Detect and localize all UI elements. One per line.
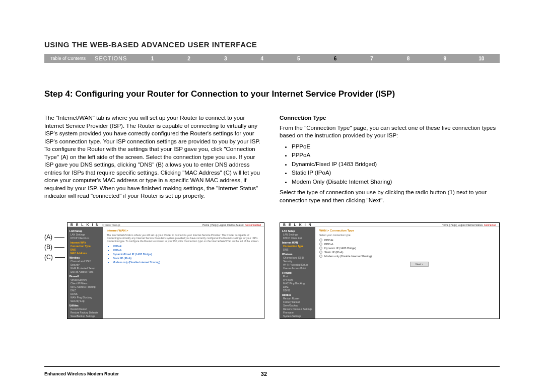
sidebar-item[interactable]: Save/Backup: [282, 304, 313, 307]
screenshot-1: B E L K I NRouter Setup Home | Help | Lo…: [67, 222, 264, 319]
sidebar-cat: Wireless: [70, 256, 101, 260]
sidebar-item[interactable]: System Settings: [282, 315, 313, 318]
section-link-6[interactable]: 6: [317, 56, 354, 61]
right-paragraph-1: From the "Connection Type" page, you can…: [280, 124, 500, 140]
sidebar-item[interactable]: Channel and SSID: [282, 256, 313, 260]
sidebar-item[interactable]: Port: [282, 275, 313, 278]
sidebar-item[interactable]: WAN Ping Blocking: [70, 296, 101, 299]
shot1-content-desc: The Internet/WAN tab is where you will s…: [107, 233, 260, 243]
sidebar-item[interactable]: Factory Default: [282, 300, 313, 304]
sidebar-item[interactable]: DMZ: [282, 285, 313, 289]
sidebar-item[interactable]: DDNS: [282, 289, 313, 292]
sidebar-item[interactable]: MAC Address: [70, 252, 101, 255]
section-link-4[interactable]: 4: [244, 56, 281, 61]
left-paragraph: The "Internet/WAN" tab is where you will…: [44, 114, 264, 200]
sidebar-item[interactable]: Use as Access Point: [70, 270, 101, 274]
radio-option[interactable]: Static IP (IPoA): [319, 251, 495, 254]
sidebar-item[interactable]: Restart Router: [282, 297, 313, 300]
radio-label: Dynamic IP (1483 Bridge): [324, 247, 356, 250]
list-item: Dynamic/Fixed IP (1483 Bridged): [292, 161, 500, 169]
step-heading: Step 4: Configuring your Router for Conn…: [44, 89, 500, 99]
radio-label: PPPoA: [324, 243, 333, 246]
callout-a: (A): [44, 233, 52, 241]
sidebar-item[interactable]: Wi-Fi Protected Setup: [282, 263, 313, 267]
radio-icon: [319, 243, 322, 246]
sidebar-item[interactable]: Connection Type: [70, 245, 101, 248]
sidebar-item[interactable]: DNS: [70, 248, 101, 252]
sidebar-item[interactable]: Save/Backup Settings: [70, 315, 101, 318]
next-button[interactable]: Next >: [410, 262, 429, 267]
list-item: PPPoA: [113, 249, 260, 252]
sidebar-cat: Utilities: [282, 293, 313, 297]
sections-label: SECTIONS: [92, 55, 134, 61]
list-item: Dynamic/Fixed IP (1483 Bridge): [113, 253, 260, 256]
sidebar-item[interactable]: Restore Factory Defaults: [70, 311, 101, 315]
sidebar-item[interactable]: Firmware: [282, 311, 313, 315]
list-item: Static IP (IPoA): [292, 169, 500, 177]
callout-b: (B): [44, 244, 52, 251]
sidebar-item[interactable]: LAN Settings: [70, 233, 101, 237]
list-item: PPPoE: [113, 245, 260, 248]
section-link-10[interactable]: 10: [463, 56, 500, 61]
section-link-9[interactable]: 9: [427, 56, 463, 61]
sidebar-item[interactable]: Security: [70, 263, 101, 267]
radio-option[interactable]: PPPoA: [319, 243, 495, 246]
section-link-1[interactable]: 1: [134, 56, 171, 61]
radio-icon: [319, 251, 322, 254]
sidebar-item[interactable]: Use as Access Point: [282, 267, 313, 270]
section-link-2[interactable]: 2: [171, 56, 208, 61]
right-paragraph-2: Select the type of connection you use by…: [280, 189, 500, 204]
section-link-5[interactable]: 5: [281, 56, 317, 61]
belkin-logo: B E L K I N: [71, 223, 100, 226]
sidebar-item[interactable]: IP Filters: [282, 278, 313, 282]
sidebar-item[interactable]: Connection Type: [282, 245, 313, 248]
sidebar-cat: Firewall: [70, 275, 101, 278]
footer-product-name: Enhanced Wireless Modem Router: [44, 371, 119, 376]
sidebar-item[interactable]: DDNS: [70, 292, 101, 296]
list-item: Modem Only (Disable Internet Sharing): [292, 178, 500, 186]
sidebar-item[interactable]: DNS: [282, 248, 313, 252]
list-item: PPPoE: [292, 143, 500, 151]
sidebar-cat: LAN Setup: [282, 229, 313, 233]
sidebar-item[interactable]: DHCP Client List: [70, 237, 101, 240]
sidebar-item[interactable]: DHCP Client List: [282, 237, 313, 240]
section-link-7[interactable]: 7: [354, 56, 390, 61]
list-item: Static IP (IPoA): [113, 257, 260, 260]
radio-icon: [319, 255, 322, 258]
sidebar-cat: Utilities: [70, 304, 101, 307]
sidebar-item[interactable]: Client IP Filters: [70, 282, 101, 285]
sidebar-item[interactable]: Restore Previous Settings: [70, 318, 101, 319]
sidebar-item[interactable]: MAC Address Filtering: [70, 285, 101, 289]
section-link-8[interactable]: 8: [390, 56, 427, 61]
sidebar-item[interactable]: MAC Ping Blocking: [282, 282, 313, 285]
sidebar-item[interactable]: Wi-Fi Protected Setup: [70, 267, 101, 270]
sidebar-cat: Firewall: [282, 271, 313, 275]
callout-c: (C): [44, 254, 53, 261]
sidebar-item[interactable]: LAN Settings: [282, 233, 313, 237]
shot1-toplinks: Home | Help | Logout Internet Status:: [202, 223, 244, 226]
sidebar-item[interactable]: Virtual Servers: [70, 278, 101, 282]
sidebar-cat: Wireless: [282, 253, 313, 256]
abc-callouts: (A) (B) (C): [44, 222, 65, 261]
radio-option[interactable]: Dynamic IP (1483 Bridge): [319, 247, 495, 250]
sidebar-item[interactable]: Channel and SSID: [70, 260, 101, 263]
sidebar-item[interactable]: Restart Router: [70, 307, 101, 311]
belkin-logo-2: B E L K I N: [283, 223, 312, 226]
sidebar-item[interactable]: Restore Previous Settings: [282, 307, 313, 311]
sidebar-item[interactable]: Security Log: [70, 299, 101, 303]
section-link-3[interactable]: 3: [207, 56, 244, 61]
toc-link[interactable]: Table of Contents: [44, 56, 92, 61]
sidebar-item[interactable]: DMZ: [70, 289, 101, 292]
radio-option[interactable]: PPPoE: [319, 239, 495, 242]
screenshot-2: B E L K I N Home | Help | Logout Interne…: [280, 222, 500, 319]
shot2-status: Connected: [484, 223, 496, 226]
router-setup-label: Router Setup: [102, 223, 120, 226]
sidebar-item[interactable]: Security: [282, 260, 313, 263]
radio-option[interactable]: Modem only (Disable Internet Sharing): [319, 255, 495, 258]
shot1-status: Not connected: [245, 223, 261, 226]
sidebar-cat: LAN Setup: [70, 229, 101, 233]
connection-type-heading: Connection Type: [280, 114, 500, 122]
radio-icon: [319, 247, 322, 250]
radio-icon: [319, 239, 322, 242]
radio-label: Static IP (IPoA): [324, 251, 344, 254]
